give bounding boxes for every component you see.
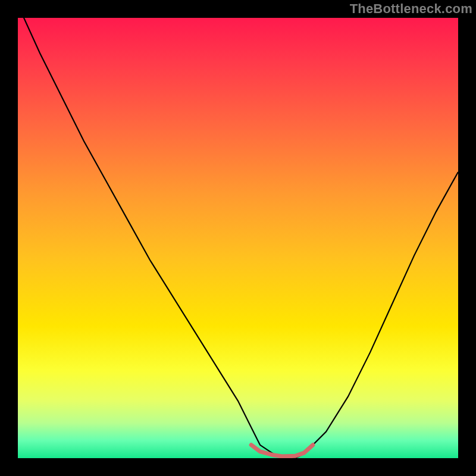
bottleneck-curve-path [18,18,458,458]
highlight-band-path [251,445,313,456]
curve-svg [18,18,458,458]
plot-area [18,18,458,458]
chart-frame: TheBottleneck.com [0,0,476,476]
watermark-text: TheBottleneck.com [350,1,472,17]
